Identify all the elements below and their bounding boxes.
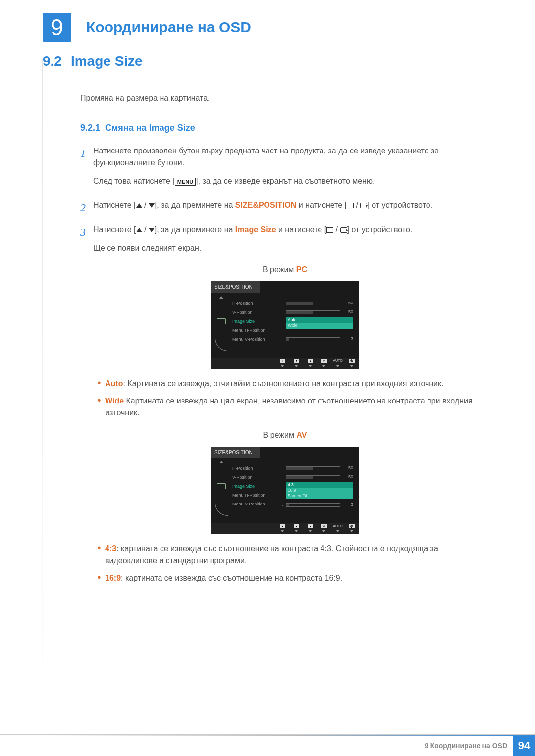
page-footer: 9 Координиране на OSD 94 [0,734,535,756]
osd-up-btn: ▴ [305,524,316,532]
osd-options: Auto Wide [286,317,353,329]
section-heading: 9.2Image Size [43,53,535,69]
step-3: 3 Натиснете [ / ], за да преминете на Im… [80,224,477,592]
slider [286,466,340,470]
osd-options: 4:3 16:9 Screen Fit [286,482,353,499]
step-text: Ще се появи следният екран. [93,242,477,254]
osd-item-menu-vpos: Menu V-Position [232,335,282,344]
slider [286,302,340,305]
bullet-icon: • [93,572,105,585]
menu-button-icon: MENU [175,178,196,186]
osd-option-wide: Wide [286,323,353,328]
subsection-number: 9.2.1 [80,123,100,133]
osd-item-vpos: V-Position [232,473,282,482]
bullet-icon: • [93,378,105,390]
monitor-icon [217,483,226,489]
page: 9 Координиране на OSD 9.2Image Size Пром… [0,0,535,627]
osd-item-menu-hpos: Menu H-Position [232,491,282,500]
osd-item-image-size: Image Size [232,482,282,491]
step-text: След това натиснете [MENU], за да се изв… [93,175,477,188]
osd-power-btn: ⏻ [346,359,357,367]
osd-footer: ◂ ▾ ▴ ↵ AUTO ⏻ [211,358,359,369]
step-number: 3 [80,224,93,592]
osd-auto-btn: AUTO [332,524,343,532]
osd-item-menu-vpos: Menu V-Position [232,500,282,508]
slider [286,503,340,507]
osd-curve-icon [215,501,228,516]
step-number: 2 [80,200,93,218]
chapter-title: Координиране на OSD [86,19,251,36]
step-body: Натиснете произволен бутон върху преднат… [93,145,477,194]
step-text: Натиснете [ / ], за да преминете на SIZE… [93,200,477,212]
step-text: Натиснете [ / ], за да преминете на Imag… [93,224,477,236]
monitor-icon [217,318,226,324]
mode-av-label: В режим AV [93,429,477,442]
osd-down-btn: ▾ [291,524,302,532]
osd-option-screenfit: Screen Fit [286,493,353,499]
down-arrow-icon [149,203,155,208]
osd-up-icon [219,461,223,463]
mode-pc-label: В режим PC [93,264,477,276]
subsection-heading: 9.2.1Смяна на Image Size [80,121,477,135]
osd-item-menu-hpos: Menu H-Position [232,326,282,335]
side-rule [42,59,43,731]
footer-rule [43,735,535,736]
osd-back-btn: ◂ [277,524,288,532]
step-2: 2 Натиснете [ / ], за да преминете на SI… [80,200,477,218]
section: 9.2Image Size Промяна на размера на карт… [43,53,535,592]
enter-icon [360,203,367,208]
bullets-pc: • Auto: Картината се извежда, отчитайки … [93,378,477,419]
osd-option-auto: Auto [286,317,353,323]
osd-enter-btn: ↵ [319,524,329,532]
chapter-header: 9 Координиране на OSD [0,0,535,42]
section-number: 9.2 [43,53,62,69]
subsection-title: Смяна на Image Size [105,123,195,133]
chapter-number-badge: 9 [43,13,71,42]
osd-item-hpos: H-Position [232,464,282,473]
osd-back-btn: ◂ [277,359,288,367]
osd-item-vpos: V-Position [232,308,282,317]
osd-panel-av: SIZE&POSITION H-Position V-Position Imag… [211,447,359,534]
up-arrow-icon [136,228,142,232]
step-body: Натиснете [ / ], за да преминете на SIZE… [93,200,477,218]
osd-panel-pc: SIZE&POSITION H-Position V-Position Imag… [211,281,359,369]
step-text: Натиснете произволен бутон върху преднат… [93,145,477,170]
osd-title: SIZE&POSITION [211,281,260,293]
content: Промяна на размера на картината. 9.2.1См… [80,92,477,592]
bullet-item: • 4:3: картината се извежда със съотноше… [93,543,477,567]
enter-icon [340,227,347,233]
image-size-label: Image Size [235,225,276,234]
bullet-icon: • [93,395,105,420]
osd-item-hpos: H-Position [232,299,282,308]
osd-auto-btn: AUTO [332,359,343,367]
bullet-icon: • [93,543,105,567]
up-arrow-icon [136,203,142,208]
bullet-item: • Auto: Картината се извежда, отчитайки … [93,378,477,390]
section-intro: Промяна на размера на картината. [80,92,477,104]
step-1: 1 Натиснете произволен бутон върху предн… [80,145,477,194]
osd-curve-icon [215,336,228,351]
osd-title: SIZE&POSITION [211,447,260,458]
step-number: 1 [80,145,93,194]
osd-item-image-size: Image Size [232,317,282,326]
section-title: Image Size [71,53,143,69]
osd-footer: ◂ ▾ ▴ ↵ AUTO ⏻ [211,523,359,534]
page-number: 94 [513,735,535,756]
bullet-item: • Wide Картината се извежда на цял екран… [93,395,477,420]
osd-option-169: 16:9 [286,488,353,493]
select-icon [347,203,354,208]
osd-power-btn: ⏻ [346,524,357,532]
osd-enter-btn: ↵ [319,359,329,367]
osd-up-btn: ▴ [305,359,316,367]
size-position-label: SIZE&POSITION [235,201,297,209]
step-body: Натиснете [ / ], за да преминете на Imag… [93,224,477,592]
osd-up-icon [219,296,223,299]
slider [286,310,340,314]
slider [286,337,340,341]
osd-down-btn: ▾ [291,359,302,367]
down-arrow-icon [149,228,155,232]
bullet-item: • 16:9: картината се извежда със съотнош… [93,572,477,585]
osd-option-43: 4:3 [286,482,353,488]
bullets-av: • 4:3: картината се извежда със съотноше… [93,543,477,584]
select-icon [326,227,333,233]
